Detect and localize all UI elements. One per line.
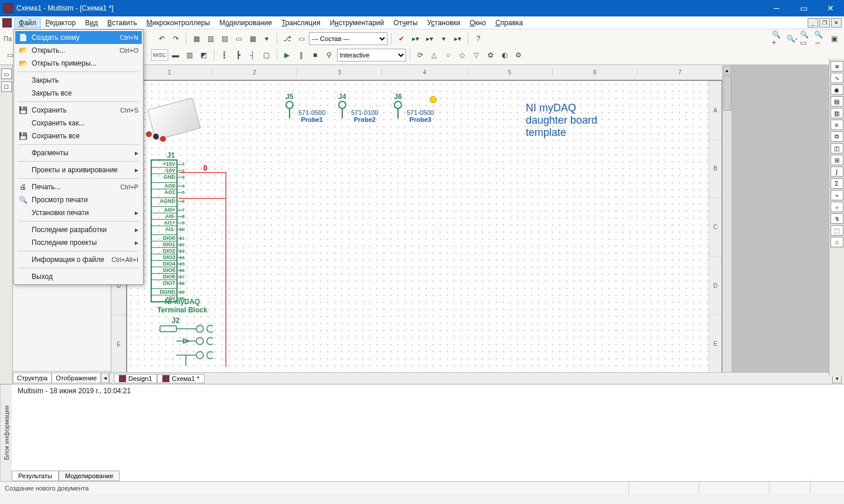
- menu-item-11[interactable]: Справка: [491, 18, 528, 28]
- conn-a-icon[interactable]: ┣: [232, 49, 245, 62]
- j1-label[interactable]: J1: [167, 151, 175, 159]
- terminal-block-label[interactable]: NI-myDAQ Terminal Block: [147, 298, 217, 314]
- redo-icon[interactable]: ↷: [169, 32, 182, 45]
- vertical-scrollbar[interactable]: ▴ ▾: [722, 65, 731, 384]
- instrument-btn-13[interactable]: ↯: [831, 213, 843, 224]
- tab-schema1[interactable]: Схема1 *: [157, 374, 205, 383]
- menu-entry[interactable]: Сохранить как...: [15, 117, 142, 130]
- tab-structure[interactable]: Структура: [13, 373, 52, 383]
- tool-d-icon[interactable]: ▸▾: [451, 32, 464, 45]
- instrument-btn-8[interactable]: ⊞: [831, 155, 843, 165]
- menu-entry[interactable]: Закрыть все: [15, 87, 142, 100]
- menu-item-9[interactable]: Установки: [423, 18, 465, 28]
- instrument-btn-11[interactable]: ⌁: [831, 190, 843, 200]
- menu-entry[interactable]: 🖨Печать...Ctrl+P: [15, 181, 142, 193]
- menu-entry[interactable]: Закрыть: [15, 74, 142, 87]
- menu-item-2[interactable]: Вид: [80, 18, 103, 28]
- zoom-in-icon[interactable]: 🔍+: [771, 32, 784, 45]
- tabs-scroll-left[interactable]: ◂: [101, 373, 109, 383]
- erc-icon[interactable]: ✔: [395, 32, 408, 45]
- grid-toggle-icon[interactable]: ▦: [190, 32, 203, 45]
- an-c-icon[interactable]: ○: [442, 49, 455, 62]
- menu-item-7[interactable]: Инструментарий: [325, 18, 389, 28]
- list-icon[interactable]: ▭: [232, 32, 245, 45]
- probe-icon[interactable]: ⚲: [323, 49, 336, 62]
- menu-entry[interactable]: 📂Открыть примеры...: [15, 57, 142, 70]
- scroll-up-icon[interactable]: ▴: [723, 66, 731, 75]
- an-f-icon[interactable]: ✿: [484, 49, 497, 62]
- nav-down-icon[interactable]: ▾: [260, 32, 273, 45]
- tab-results[interactable]: Результаты: [12, 471, 59, 481]
- mdi-close-button[interactable]: ✕: [831, 18, 842, 28]
- misc-c-icon[interactable]: ◩: [198, 49, 210, 62]
- close-button[interactable]: ✕: [817, 0, 844, 16]
- instrument-btn-15[interactable]: ⎍: [831, 237, 843, 247]
- instrument-btn-14[interactable]: ⬚: [831, 225, 843, 236]
- settings-icon[interactable]: ⚙: [512, 49, 525, 62]
- j2-label[interactable]: J2: [172, 316, 179, 325]
- component-icon[interactable]: ▭: [295, 32, 308, 45]
- menu-entry[interactable]: Информация о файлеCtrl+Alt+I: [15, 253, 142, 266]
- net-wire-0-v[interactable]: [226, 172, 226, 367]
- zoom-out-icon[interactable]: 🔍-: [785, 32, 798, 45]
- menu-item-0[interactable]: Файл: [14, 18, 41, 28]
- menu-item-4[interactable]: Микроконтроллеры: [142, 18, 215, 28]
- hier-block-icon[interactable]: ▢: [260, 49, 273, 62]
- menu-item-5[interactable]: Моделирование: [215, 18, 277, 28]
- table-icon[interactable]: ▤: [218, 32, 231, 45]
- tab-display[interactable]: Отображение: [52, 373, 101, 383]
- menu-entry[interactable]: 💾СохранитьCtrl+S: [15, 104, 142, 117]
- instrument-btn-5[interactable]: ≡: [831, 120, 843, 130]
- tab-simulation[interactable]: Моделирование: [59, 471, 120, 481]
- mydaq-device-icon[interactable]: [145, 98, 202, 139]
- analysis-combo[interactable]: Interactive: [337, 49, 406, 62]
- probe-Probe2[interactable]: J4571-0100Probe2: [338, 93, 346, 118]
- instrument-btn-0[interactable]: ≋: [831, 61, 843, 71]
- template-title-text[interactable]: NI myDAQ daughter board template: [526, 102, 597, 139]
- zoom-fit-icon[interactable]: 🔍↔: [814, 32, 826, 45]
- menu-entry[interactable]: Установки печати▸: [15, 206, 142, 219]
- instrument-btn-7[interactable]: ◫: [831, 143, 843, 154]
- zoom-area-icon[interactable]: 🔍▭: [799, 32, 812, 45]
- tool-a-icon[interactable]: ▸▾: [409, 32, 422, 45]
- j2-connector-icon[interactable]: [154, 325, 213, 372]
- pause-icon[interactable]: ‖: [295, 49, 308, 62]
- menu-entry[interactable]: Выход: [15, 270, 142, 283]
- menu-entry[interactable]: 📄Создать схемуCtrl+N: [15, 31, 142, 44]
- net-wire-0-h2[interactable]: [179, 198, 226, 199]
- tab-design1[interactable]: Design1: [114, 374, 157, 383]
- net-label-0[interactable]: 0: [203, 164, 207, 172]
- an-d-icon[interactable]: ◇: [456, 49, 469, 62]
- instrument-btn-2[interactable]: ◉: [831, 84, 843, 95]
- menu-item-1[interactable]: Редактор: [41, 18, 81, 28]
- instrument-btn-10[interactable]: Σ: [831, 178, 843, 189]
- warning-badge-icon[interactable]: [430, 96, 437, 103]
- menu-item-3[interactable]: Вставить: [103, 18, 142, 28]
- minimize-button[interactable]: ─: [763, 0, 790, 16]
- an-a-icon[interactable]: ⟳: [414, 49, 427, 62]
- instrument-btn-6[interactable]: ⧉: [831, 131, 843, 142]
- tool-c-icon[interactable]: ▾: [437, 32, 450, 45]
- menu-entry[interactable]: Последние разработки▸: [15, 223, 142, 236]
- an-g-icon[interactable]: ◐: [498, 49, 511, 62]
- mdi-minimize-button[interactable]: _: [808, 18, 818, 28]
- undo-icon[interactable]: ↶: [155, 32, 168, 45]
- fullscreen-icon[interactable]: ▣: [828, 32, 840, 45]
- menu-entry[interactable]: 💾Сохранить все: [15, 130, 142, 142]
- schematic-canvas[interactable]: ABCDE NI myDAQ daughter board template J…: [127, 80, 722, 373]
- conn-b-icon[interactable]: ┤: [246, 49, 259, 62]
- instrument-btn-12[interactable]: ⟐: [831, 202, 843, 212]
- log-text[interactable]: Multisim - 18 июня 2019 г., 10:04:21: [12, 384, 844, 481]
- dock-btn-b[interactable]: ☐: [1, 81, 12, 92]
- maximize-button[interactable]: ▭: [790, 0, 817, 16]
- probe-Probe1[interactable]: J5571-0500Probe1: [285, 93, 294, 118]
- bus-icon[interactable]: ┇: [218, 49, 231, 62]
- stop-icon[interactable]: ■: [309, 49, 322, 62]
- menu-item-8[interactable]: Отчеты: [389, 18, 423, 28]
- misc-b-icon[interactable]: ▥: [183, 49, 196, 62]
- spreadsheet-icon[interactable]: ▦: [246, 32, 259, 45]
- instrument-btn-3[interactable]: ▤: [831, 96, 843, 107]
- menu-entry[interactable]: 🔍Просмотр печати: [15, 193, 142, 206]
- net-wire-0-h1[interactable]: [179, 172, 226, 173]
- an-e-icon[interactable]: ▽: [470, 49, 483, 62]
